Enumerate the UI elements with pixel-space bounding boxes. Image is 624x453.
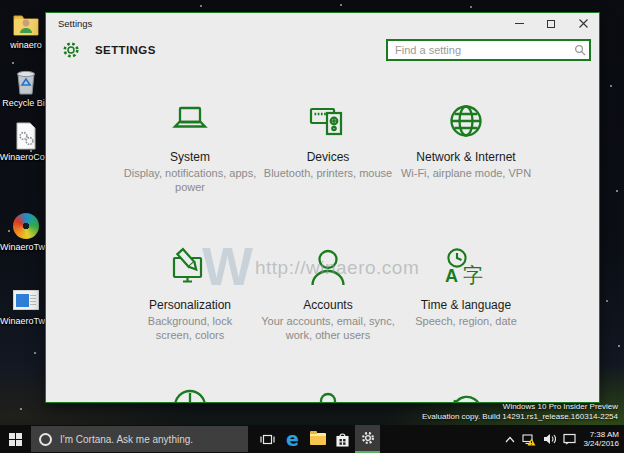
update-security-icon xyxy=(442,383,490,403)
ease-of-access-icon xyxy=(166,383,214,403)
file-explorer-button[interactable] xyxy=(305,425,330,453)
tile-devices[interactable]: Devices Bluetooth, printers, mouse xyxy=(253,97,403,180)
tile-subtitle: Speech, region, date xyxy=(415,314,517,328)
tile-title: Personalization xyxy=(149,298,231,312)
search-box xyxy=(386,39,591,61)
close-icon xyxy=(579,19,588,28)
action-center-icon[interactable] xyxy=(563,433,576,445)
minimize-icon xyxy=(515,23,524,24)
volume-icon[interactable] xyxy=(543,433,556,445)
cortana-search-box[interactable]: I'm Cortana. Ask me anything. xyxy=(31,426,248,452)
start-button[interactable] xyxy=(0,425,31,453)
task-view-icon xyxy=(260,433,275,446)
time-language-icon: A 字 xyxy=(442,245,490,293)
tile-system[interactable]: System Display, notifications, apps, pow… xyxy=(115,97,265,194)
close-button[interactable] xyxy=(567,13,599,34)
tile-privacy[interactable] xyxy=(253,383,403,403)
build-watermark: Windows 10 Pro Insider Preview Evaluatio… xyxy=(422,402,618,421)
privacy-lock-icon xyxy=(304,383,352,403)
svg-text:字: 字 xyxy=(463,263,483,287)
settings-taskbar-button[interactable] xyxy=(355,425,380,453)
tile-accounts[interactable]: Accounts Your accounts, email, sync, wor… xyxy=(253,245,403,342)
search-icon xyxy=(574,44,586,56)
minimize-button[interactable] xyxy=(503,13,535,34)
desktop-icon-label: Recycle Bin xyxy=(2,98,50,108)
user-folder-icon xyxy=(12,10,40,38)
tile-ease-of-access[interactable] xyxy=(115,383,265,403)
caption-buttons xyxy=(503,13,599,34)
recycle-bin-icon xyxy=(12,68,40,96)
store-button[interactable] xyxy=(330,425,355,453)
task-view-button[interactable] xyxy=(255,425,280,453)
window-titlebar[interactable]: Settings xyxy=(46,13,599,34)
tile-network-internet[interactable]: Network & Internet Wi-Fi, airplane mode,… xyxy=(391,97,541,180)
system-tray: 7:38 AM 3/24/2016 xyxy=(505,430,624,449)
system-laptop-icon xyxy=(166,97,214,145)
maximize-button[interactable] xyxy=(535,13,567,34)
tray-date: 3/24/2016 xyxy=(583,439,619,449)
tile-title: Devices xyxy=(307,150,350,164)
desktop-icon-label: winaero xyxy=(10,40,42,50)
devices-icon xyxy=(304,97,352,145)
windows-logo-icon xyxy=(9,433,22,446)
tray-chevron-icon[interactable] xyxy=(505,436,515,443)
tray-clock[interactable]: 7:38 AM 3/24/2016 xyxy=(583,430,619,449)
network-icon[interactable] xyxy=(522,433,536,446)
cortana-placeholder: I'm Cortana. Ask me anything. xyxy=(60,434,193,445)
search-input[interactable] xyxy=(386,39,591,61)
svg-text:A: A xyxy=(445,266,458,286)
personalization-icon xyxy=(166,245,214,293)
config-file-icon xyxy=(12,122,40,150)
tile-personalization[interactable]: Personalization Background, lock screen,… xyxy=(115,245,265,342)
app-window-icon xyxy=(12,286,40,314)
network-globe-icon xyxy=(442,97,490,145)
page-title: SETTINGS xyxy=(95,44,156,56)
tile-subtitle: Background, lock screen, colors xyxy=(136,314,244,342)
window-title: Settings xyxy=(58,18,92,29)
build-watermark-line2: Evaluation copy. Build 14291.rs1_release… xyxy=(422,412,618,422)
tile-subtitle: Your accounts, email, sync, work, other … xyxy=(253,314,403,342)
accounts-person-icon xyxy=(304,245,352,293)
tile-subtitle: Bluetooth, printers, mouse xyxy=(264,166,392,180)
tile-title: Accounts xyxy=(303,298,352,312)
tile-subtitle: Wi-Fi, airplane mode, VPN xyxy=(401,166,531,180)
maximize-icon xyxy=(547,20,555,28)
tile-update-security[interactable] xyxy=(391,383,541,403)
store-icon xyxy=(335,432,350,447)
winaero-tweaker-icon xyxy=(12,212,40,240)
settings-window: Settings SETTINGS xyxy=(45,12,600,403)
settings-gear-icon xyxy=(62,41,80,63)
build-watermark-line1: Windows 10 Pro Insider Preview xyxy=(422,402,618,412)
desktop: winaero Recycle Bin WinaeroCo... Winaero… xyxy=(0,0,624,453)
settings-gear-taskbar-icon xyxy=(361,431,375,445)
tray-time: 7:38 AM xyxy=(583,430,619,440)
edge-icon: e xyxy=(286,430,299,449)
tile-title: System xyxy=(170,150,210,164)
cortana-icon xyxy=(39,433,52,446)
tile-subtitle: Display, notifications, apps, power xyxy=(115,166,265,194)
tile-title: Network & Internet xyxy=(416,150,515,164)
file-explorer-icon xyxy=(310,433,326,445)
taskbar: I'm Cortana. Ask me anything. e xyxy=(0,425,624,453)
tile-time-language[interactable]: A 字 Time & language Speech, region, date xyxy=(391,245,541,328)
edge-button[interactable]: e xyxy=(280,425,305,453)
tile-title: Time & language xyxy=(421,298,511,312)
